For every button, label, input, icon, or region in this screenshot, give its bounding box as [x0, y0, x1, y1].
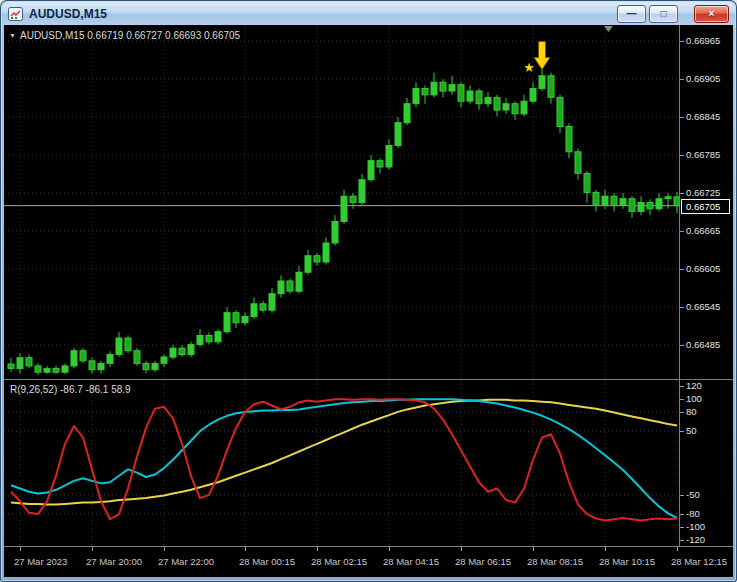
time-tick: [389, 547, 390, 551]
candle-body: [53, 368, 59, 372]
candle-body: [269, 294, 275, 311]
time-tick: [533, 547, 534, 551]
candle-body: [8, 364, 14, 368]
price-axis-label: 0.66605: [686, 263, 720, 274]
chart-client-area: ★ ▼ AUDUSD,M15 0.66719 0.66727 0.66693 0…: [4, 25, 733, 577]
candle-body: [314, 256, 320, 262]
chart-ohlc-header: AUDUSD,M15 0.66719 0.66727 0.66693 0.667…: [20, 30, 240, 41]
candle-body: [35, 366, 41, 372]
indicator-grid-layer: [4, 380, 679, 546]
indicator-scale-label: 100: [686, 393, 702, 404]
candle-body: [89, 361, 95, 370]
candle-body: [377, 161, 383, 167]
indicator-scale[interactable]: 1201008050-50-80-100-120: [679, 380, 733, 547]
price-axis-label: 0.66965: [686, 35, 720, 46]
sell-arrow-icon: [534, 42, 550, 70]
candle-body: [278, 281, 284, 294]
indicator-tick: [680, 514, 684, 515]
candle-body: [485, 97, 491, 103]
candles-layer: [8, 63, 679, 375]
price-axis-label: 0.66485: [686, 339, 720, 350]
oscillator-chart[interactable]: [4, 380, 679, 546]
price-tick: [680, 269, 684, 270]
candle-body: [404, 104, 410, 123]
candle-body: [584, 173, 590, 192]
indicator-scale-label: -50: [686, 489, 700, 500]
close-button[interactable]: ×: [694, 5, 729, 23]
candle-body: [629, 199, 635, 212]
time-label: 27 Mar 22:00: [158, 556, 214, 567]
price-tick: [680, 307, 684, 308]
window-controls: — □ ×: [614, 5, 729, 23]
candle-body: [98, 363, 104, 369]
indicator-area[interactable]: R(9,26,52) -86.7 -86.1 58.9: [4, 380, 679, 547]
price-tick: [680, 193, 684, 194]
indicator-scale-label: -80: [686, 508, 700, 519]
candle-body: [476, 91, 482, 104]
candle-body: [575, 152, 581, 174]
indicator-scale-label: 80: [686, 406, 697, 417]
indicator-scale-label: 120: [686, 380, 702, 391]
indicator-tick: [680, 412, 684, 413]
time-tick: [317, 547, 318, 551]
indicator-tick: [680, 399, 684, 400]
candle-body: [521, 101, 527, 114]
indicator-label: R(9,26,52) -86.7 -86.1 58.9: [10, 384, 131, 395]
maximize-button[interactable]: □: [649, 5, 678, 23]
indicator-scale-label: 50: [686, 425, 697, 436]
candle-body: [395, 123, 401, 146]
candle-body: [413, 89, 419, 104]
indicator-tick: [680, 386, 684, 387]
price-axis-label: 0.66845: [686, 111, 720, 122]
current-price-marker: 0.66705: [681, 199, 730, 214]
candle-body: [170, 348, 176, 357]
candle-body: [494, 97, 500, 110]
candle-body: [341, 196, 347, 221]
indicator-scale-label: -100: [686, 521, 705, 532]
candle-body: [161, 357, 167, 363]
candle-body: [26, 358, 32, 366]
candle-body: [332, 222, 338, 244]
candle-body: [638, 203, 644, 212]
indicator-tick: [680, 495, 684, 496]
indicator-tick: [680, 431, 684, 432]
minimize-button[interactable]: —: [617, 5, 646, 23]
one-click-trading-toggle-icon[interactable]: ▼: [9, 32, 16, 39]
candle-body: [566, 127, 572, 152]
candle-body: [107, 355, 113, 364]
price-scale[interactable]: 0.669650.669050.668450.667850.667250.666…: [679, 25, 733, 380]
candle-body: [134, 351, 140, 364]
time-label: 28 Mar 02:15: [311, 556, 367, 567]
candle-body: [548, 76, 554, 98]
candle-body: [611, 196, 617, 205]
price-tick: [680, 155, 684, 156]
candle-body: [449, 85, 455, 91]
price-axis-label: 0.66785: [686, 149, 720, 160]
time-label: 27 Mar 20:00: [86, 556, 142, 567]
main-chart-area[interactable]: ★ ▼ AUDUSD,M15 0.66719 0.66727 0.66693 0…: [4, 25, 679, 380]
candle-body: [431, 82, 437, 95]
candle-body: [215, 332, 221, 342]
candle-body: [287, 281, 293, 291]
candle-body: [224, 313, 230, 332]
candle-body: [539, 76, 545, 89]
candle-body: [242, 317, 248, 323]
title-bar[interactable]: AUDUSD,M15 — □ ×: [2, 2, 735, 25]
time-scale[interactable]: 27 Mar 202327 Mar 20:0027 Mar 22:0028 Ma…: [4, 547, 733, 577]
time-tick: [245, 547, 246, 551]
candle-body: [440, 82, 446, 91]
candle-body: [593, 192, 599, 205]
time-tick: [20, 547, 21, 551]
oscillator-slow-line: [11, 400, 677, 505]
candle-body: [17, 358, 23, 369]
candle-body: [80, 351, 86, 361]
candle-body: [179, 348, 185, 354]
price-axis-label: 0.66545: [686, 301, 720, 312]
time-label: 28 Mar 12:15: [671, 556, 727, 567]
candlestick-chart[interactable]: ★: [4, 25, 679, 379]
candle-body: [305, 256, 311, 273]
candle-body: [557, 97, 563, 126]
candle-body: [350, 196, 356, 202]
candle-body: [467, 91, 473, 101]
candle-body: [233, 313, 239, 323]
